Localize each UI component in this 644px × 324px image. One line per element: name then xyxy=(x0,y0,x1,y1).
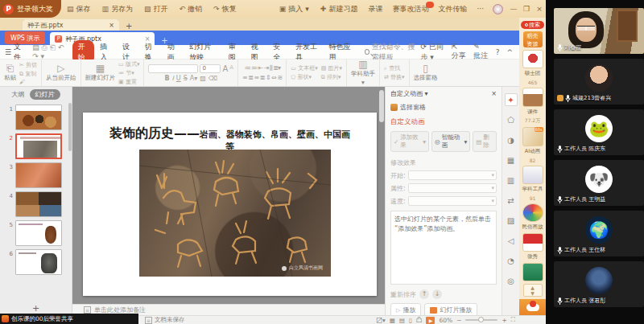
shrink-font-button[interactable]: A xyxy=(229,64,233,73)
chart-pane-icon[interactable]: ▥ xyxy=(505,174,518,187)
slide-thumb-row-3[interactable]: 3 xyxy=(5,162,70,188)
play-from-current-button[interactable]: ▷从当前开始 xyxy=(46,64,76,82)
document-tab[interactable]: 种子画.pptx × xyxy=(23,19,119,31)
resource-strip-collapse-button[interactable]: ▲▼ xyxy=(523,284,543,297)
new-tab-button[interactable]: + xyxy=(119,22,138,31)
clear-format-button[interactable]: ⌫ xyxy=(208,75,217,82)
start-select[interactable] xyxy=(408,170,497,180)
participant-tile-6[interactable]: 工作人员 张君彤 xyxy=(554,261,644,307)
underline-button[interactable]: U xyxy=(176,75,181,82)
resource-thumb-green[interactable] xyxy=(522,263,543,281)
properties-pane-icon[interactable]: ⬠ xyxy=(505,113,518,126)
zoom-out-button[interactable]: − xyxy=(456,317,461,324)
help-button[interactable]: ? xyxy=(496,48,500,56)
file-transfer-button[interactable]: 文件传输 xyxy=(433,4,472,14)
layout-button[interactable]: ▭ 版式▾ xyxy=(118,60,139,68)
add-effect-button[interactable]: ✓ 添加效果 ▾ xyxy=(390,131,429,152)
share-button[interactable]: ⇱ 分享 xyxy=(452,43,467,61)
restore-button[interactable]: ❐ xyxy=(520,5,533,13)
resource-thumb-subject-tools[interactable] xyxy=(522,166,543,184)
font-name-input[interactable] xyxy=(148,64,198,73)
arrange-button[interactable]: ⧉ 排列▾ xyxy=(321,73,342,81)
slide-thumb-row-4[interactable]: 4 xyxy=(5,191,70,217)
speed-select[interactable] xyxy=(408,196,497,206)
redo-button[interactable]: ↷恢复 xyxy=(208,0,242,18)
zoom-slider[interactable] xyxy=(465,319,497,321)
zoom-in-button[interactable]: + xyxy=(502,317,506,324)
grow-font-button[interactable]: A xyxy=(222,64,228,73)
participant-tile-1[interactable]: 刘春霞 xyxy=(554,8,644,54)
font-size-input[interactable]: 0 xyxy=(200,64,221,73)
section-button[interactable]: ≔ 节▾ xyxy=(118,69,139,77)
slide-thumbnail-4[interactable] xyxy=(15,191,62,217)
docer-resource-badge[interactable]: 稻壳资源 xyxy=(523,31,543,47)
shapes-button[interactable]: ⬠ 形状▾ xyxy=(291,73,317,81)
smart-animation-button[interactable]: ◎ 智能动画 ▾ xyxy=(431,131,470,152)
resource-search-button[interactable]: 搜索 xyxy=(521,21,544,29)
animation-panel-close-icon[interactable]: × xyxy=(491,90,497,97)
resource-thumb-courseware[interactable] xyxy=(522,88,543,106)
tab-close-icon[interactable]: × xyxy=(109,22,114,29)
slide-thumbnail-3[interactable] xyxy=(15,162,62,188)
current-slide[interactable]: 装饰的历史——岩画、器物装饰、帛画、壁画、中国画 等 xyxy=(83,113,377,296)
media-pane-icon[interactable]: ▨ xyxy=(505,214,518,227)
reset-button[interactable]: ▣ 重置 xyxy=(118,78,139,86)
slide-thumbnail-1[interactable] xyxy=(15,105,62,130)
resource-thumb-masters[interactable] xyxy=(522,50,543,68)
minimize-button[interactable]: — xyxy=(507,5,520,13)
highlight-button[interactable]: ▨ xyxy=(200,75,206,82)
clock-pane-icon[interactable]: ◔ xyxy=(505,254,518,267)
notes-view-button[interactable]: 凸 xyxy=(416,316,423,324)
fit-slide-button[interactable]: ⛶ xyxy=(511,316,515,324)
tab-slides[interactable]: 幻灯片 xyxy=(30,89,60,100)
comment-button[interactable]: ✎ 批注 xyxy=(473,43,489,61)
animation-pane-icon[interactable]: ✦ xyxy=(505,93,518,106)
font-color-button[interactable]: A▾ xyxy=(190,75,198,82)
slide-thumb-row-1[interactable]: 1 xyxy=(5,105,70,130)
textbox-button[interactable]: ▭ 文本框▾ xyxy=(291,64,317,72)
add-slide-button[interactable]: + xyxy=(0,303,72,314)
picture-button[interactable]: ▨ 图片▾ xyxy=(321,64,342,72)
petroglyph-image[interactable]: 白立风清书画网 xyxy=(139,150,331,277)
save-button[interactable]: ▤保存 xyxy=(61,0,97,18)
slide-thumb-row-2[interactable]: 2 xyxy=(5,133,70,159)
slide-thumbnail-5[interactable] xyxy=(15,220,62,246)
insert-button[interactable]: ▣插入▾ xyxy=(274,0,315,18)
wps-logo[interactable]: P 登录领大奖 xyxy=(0,0,61,18)
theme-button[interactable]: 〼▾ xyxy=(376,317,385,324)
participant-tile-2[interactable]: 城规213曾睿兴 xyxy=(554,59,644,105)
tab-outline[interactable]: 大纲 xyxy=(12,90,25,99)
cloud-docs-button[interactable] xyxy=(519,299,546,315)
sound-pane-icon[interactable]: ◁ xyxy=(505,234,518,247)
event-activity-button[interactable]: 赛事改活动 xyxy=(387,4,433,14)
reorder-down-button[interactable]: ↓ xyxy=(432,289,442,299)
reading-view-button[interactable]: ▯ xyxy=(409,317,412,324)
thumbnail-scrollbar[interactable] xyxy=(68,103,72,151)
animation-list-box[interactable]: 选中幻灯片的某个元素，然后单击“添加效果”添加动画。 xyxy=(390,211,497,285)
strikethrough-button[interactable]: S̶ xyxy=(184,75,188,82)
color-pane-icon[interactable]: ◑ xyxy=(505,133,518,146)
find-button[interactable]: ⌕ 查找 xyxy=(384,64,405,72)
record-lesson-button[interactable]: 录课 xyxy=(363,4,387,14)
subject-assistant-button[interactable]: ▥学科助手▾ xyxy=(351,59,375,86)
slide-thumb-row-6[interactable]: 6 xyxy=(5,249,70,275)
zoom-slider-knob[interactable] xyxy=(478,317,484,322)
new-slide-button[interactable]: ▦新建幻灯片 xyxy=(85,64,116,82)
resource-thumb-gallery[interactable] xyxy=(522,203,543,222)
slide-sorter-view-button[interactable]: ▤ xyxy=(399,317,405,324)
bold-button[interactable]: B xyxy=(164,75,169,82)
list-buttons[interactable]: ≔ ≕ ⇤ ⇥ ⫼ ≣▾ xyxy=(244,64,280,72)
replace-button[interactable]: ⇄ 替换▾ xyxy=(384,73,405,81)
save-as-button[interactable]: ▥另存为 xyxy=(97,0,139,18)
delete-effect-button[interactable]: ▤ 删除 xyxy=(473,131,497,152)
italic-button[interactable]: I xyxy=(171,75,173,82)
participant-tile-4[interactable]: 🐶 工作人员 王明益 xyxy=(554,160,644,206)
reorder-up-button[interactable]: ↑ xyxy=(419,289,429,299)
participant-tile-3[interactable]: 🐸 工作人员 陈庆东 xyxy=(554,109,644,155)
copy-button[interactable]: ⧉ 复制 xyxy=(19,70,37,78)
slideshow-start-button[interactable]: ▶ xyxy=(426,317,435,324)
open-button[interactable]: ▧打开 xyxy=(138,0,174,18)
new-exercise-button[interactable]: ✚新建习题 xyxy=(315,0,364,18)
quick-access-icons[interactable]: ▤ ⎙ ⎗ ↶ ↷ ▾ xyxy=(27,43,72,60)
slide-thumb-row-5[interactable]: 5 xyxy=(5,220,70,246)
